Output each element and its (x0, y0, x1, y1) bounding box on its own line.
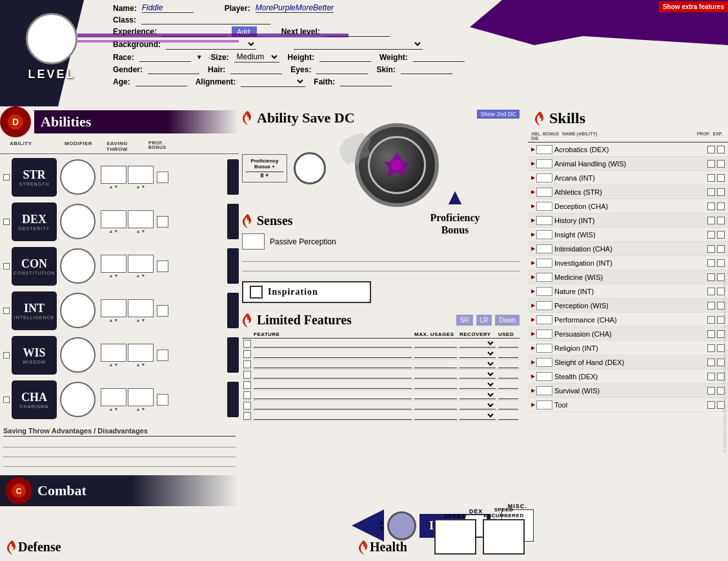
lf-max-input[interactable] (414, 412, 457, 420)
skin-input[interactable] (401, 64, 452, 74)
cha-mod-down[interactable]: ▼ (114, 407, 119, 411)
class-input[interactable] (141, 15, 270, 25)
show-features-button[interactable]: Show extra features (659, 1, 728, 12)
str-mod-down[interactable]: ▼ (114, 184, 119, 189)
str-mod-up[interactable]: ▲ (109, 184, 114, 189)
str-indicator[interactable] (3, 174, 10, 181)
skill-exp-box[interactable] (717, 231, 725, 239)
skill-bonus-box[interactable] (536, 330, 552, 339)
int-save-down[interactable]: ▼ (141, 318, 146, 322)
skill-bonus-box[interactable] (536, 173, 552, 182)
skill-bonus-box[interactable] (536, 188, 552, 197)
str-mod[interactable] (101, 166, 126, 184)
skill-exp-box[interactable] (717, 202, 725, 210)
skill-exp-box[interactable] (717, 273, 725, 281)
skill-prof-box[interactable] (707, 273, 715, 281)
height-input[interactable] (319, 52, 371, 62)
con-indicator[interactable] (3, 263, 10, 270)
lf-used-input[interactable] (498, 402, 518, 409)
skill-prof-box[interactable] (707, 146, 715, 153)
lf-used-input[interactable] (498, 381, 518, 389)
dex-prof[interactable] (157, 216, 168, 228)
lf-row-check[interactable] (243, 402, 251, 409)
skill-bonus-box[interactable] (536, 230, 552, 239)
skill-bonus-box[interactable] (536, 273, 552, 282)
race-arrow[interactable]: ▼ (196, 54, 203, 61)
cha-save[interactable] (128, 388, 154, 406)
lf-feature-input[interactable] (254, 340, 412, 348)
skill-bonus-box[interactable] (536, 145, 552, 154)
initiative-circle[interactable] (387, 511, 416, 540)
dex-mod[interactable] (101, 210, 126, 228)
con-score[interactable] (60, 248, 96, 284)
skill-prof-box[interactable] (707, 160, 715, 168)
str-save-up[interactable]: ▲ (136, 184, 141, 189)
con-save-down[interactable]: ▼ (141, 273, 146, 278)
skill-bonus-box[interactable] (536, 358, 552, 367)
lf-used-input[interactable] (498, 371, 518, 379)
skill-prof-box[interactable] (707, 174, 715, 182)
lf-max-input[interactable] (414, 381, 457, 389)
dex-save-down[interactable]: ▼ (141, 229, 146, 233)
passive-perception-box[interactable] (242, 233, 265, 250)
skill-bonus-box[interactable] (536, 244, 552, 253)
lf-feature-input[interactable] (254, 381, 412, 389)
lf-max-input[interactable] (414, 350, 457, 358)
skill-prof-box[interactable] (707, 387, 715, 395)
skill-prof-box[interactable] (707, 401, 715, 409)
cha-prof[interactable] (157, 394, 168, 406)
int-mod-down[interactable]: ▼ (114, 318, 119, 322)
str-prof[interactable] (157, 172, 168, 183)
skill-prof-box[interactable] (707, 302, 715, 310)
skill-bonus-box[interactable] (536, 386, 552, 395)
lf-used-input[interactable] (498, 360, 518, 368)
lf-recovery-select[interactable]: SR LR Dawn (460, 391, 496, 399)
lf-recovery-select[interactable]: SR LR Dawn (460, 360, 496, 368)
inspiration-box[interactable]: Inspiration (242, 281, 371, 303)
skill-bonus-box[interactable] (536, 315, 552, 324)
dc-circle[interactable] (294, 152, 326, 184)
eyes-input[interactable] (316, 64, 368, 74)
dex-score[interactable] (60, 204, 96, 239)
cha-indicator[interactable] (3, 397, 10, 403)
lf-row-check[interactable] (243, 340, 251, 348)
wis-mod[interactable] (101, 344, 126, 362)
lf-used-input[interactable] (498, 391, 518, 399)
lf-feature-input[interactable] (254, 391, 412, 399)
lf-row-check[interactable] (243, 371, 251, 379)
wis-save-down[interactable]: ▼ (141, 362, 146, 367)
dex-indicator[interactable] (3, 219, 10, 225)
lf-row-check[interactable] (243, 391, 251, 399)
cha-score[interactable] (60, 382, 96, 417)
lf-max-input[interactable] (414, 360, 457, 368)
cha-save-down[interactable]: ▼ (141, 407, 146, 411)
skill-bonus-box[interactable] (536, 259, 552, 268)
wis-prof[interactable] (157, 349, 168, 361)
skill-prof-box[interactable] (707, 288, 715, 295)
race-input[interactable] (139, 52, 191, 62)
str-save-down[interactable]: ▼ (141, 184, 146, 189)
skill-prof-box[interactable] (707, 231, 715, 239)
int-prof[interactable] (157, 305, 168, 317)
lf-recovery-select[interactable]: SR LR Dawn (460, 370, 496, 379)
skill-prof-box[interactable] (707, 344, 715, 352)
lf-feature-input[interactable] (254, 360, 412, 368)
wis-save-up[interactable]: ▲ (136, 362, 141, 367)
skill-bonus-box[interactable] (536, 287, 552, 296)
int-save-up[interactable]: ▲ (136, 318, 141, 322)
skill-exp-box[interactable] (717, 259, 725, 267)
age-input[interactable] (136, 77, 187, 86)
lf-max-input[interactable] (414, 371, 457, 379)
dex-mod-down[interactable]: ▼ (114, 229, 119, 233)
skill-bonus-box[interactable] (536, 202, 552, 211)
con-save-up[interactable]: ▲ (136, 273, 141, 278)
skill-prof-box[interactable] (707, 373, 715, 380)
skill-prof-box[interactable] (707, 202, 715, 210)
lf-recovery-select[interactable]: SR LR Dawn (460, 401, 496, 409)
wis-score[interactable] (60, 337, 96, 373)
level-circle[interactable] (26, 13, 77, 64)
dex-save[interactable] (128, 210, 154, 228)
cha-save-up[interactable]: ▲ (136, 407, 141, 411)
skill-prof-box[interactable] (707, 359, 715, 366)
int-mod-up[interactable]: ▲ (109, 318, 114, 322)
